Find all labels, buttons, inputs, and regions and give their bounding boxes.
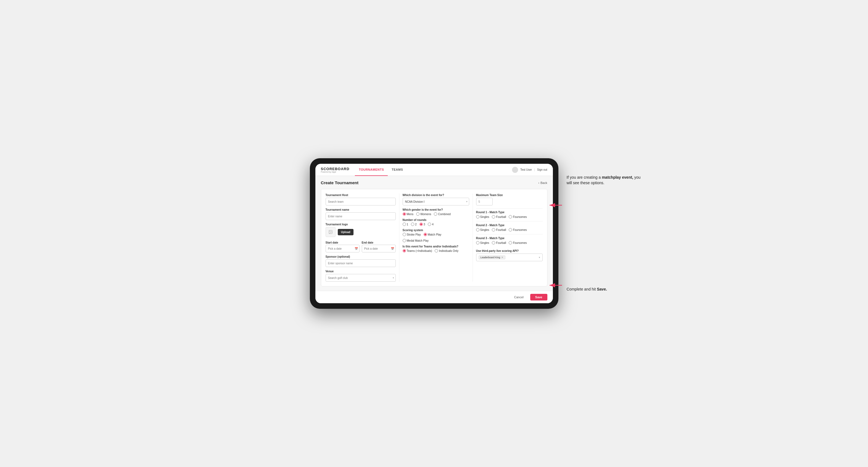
scoring-label: Scoring system bbox=[403, 229, 469, 232]
rounds-label: Number of rounds bbox=[403, 218, 469, 221]
rounds-1[interactable]: 1 bbox=[403, 223, 408, 226]
create-tournament-form: Tournament Host Tournament name Tourname… bbox=[321, 189, 547, 286]
start-date-label: Start date bbox=[326, 241, 338, 244]
logo-placeholder bbox=[326, 227, 336, 237]
teams-radio-group: Teams (+Individuals) Individuals Only bbox=[403, 249, 469, 252]
user-name: Test User bbox=[520, 168, 532, 171]
logo-upload-area: Upload bbox=[326, 227, 396, 237]
round3-fourball[interactable]: Fourball bbox=[492, 241, 506, 244]
nav-tournaments[interactable]: TOURNAMENTS bbox=[355, 164, 388, 176]
brand-title: SCOREBOARD bbox=[321, 167, 350, 171]
nav-links: TOURNAMENTS TEAMS bbox=[355, 164, 512, 176]
avatar bbox=[512, 167, 518, 173]
page-header: Create Tournament ‹ Back bbox=[321, 180, 547, 185]
end-date-label: End date bbox=[362, 241, 373, 244]
tablet-screen: SCOREBOARD Powered by clippt TOURNAMENTS… bbox=[315, 164, 553, 303]
api-tag: Leaderboard King ✕ bbox=[478, 255, 506, 259]
sponsor-input[interactable] bbox=[326, 259, 396, 267]
annotation-bottom: Complete and hit Save. bbox=[567, 287, 644, 292]
round3-foursomes[interactable]: Foursomes bbox=[509, 241, 527, 244]
venue-chevron-icon: ▾ bbox=[393, 276, 394, 279]
gender-label: Which gender is the event for? bbox=[403, 208, 469, 211]
gender-group: Which gender is the event for? Mens Wome… bbox=[403, 208, 469, 216]
rounds-2[interactable]: 2 bbox=[411, 223, 417, 226]
rounds-group: Number of rounds 1 2 3 bbox=[403, 218, 469, 226]
rounds-3[interactable]: 3 bbox=[420, 223, 425, 226]
form-middle-section: Which division is the event for? NCAA Di… bbox=[399, 194, 469, 282]
tournament-logo-group: Tournament logo Upload bbox=[326, 223, 396, 237]
tablet-frame: SCOREBOARD Powered by clippt TOURNAMENTS… bbox=[310, 158, 558, 309]
round1-fourball[interactable]: Fourball bbox=[492, 215, 506, 218]
round2-foursomes[interactable]: Foursomes bbox=[509, 228, 527, 231]
round2-fourball[interactable]: Fourball bbox=[492, 228, 506, 231]
scoring-stroke[interactable]: Stroke Play bbox=[403, 233, 421, 236]
venue-label: Venue bbox=[326, 270, 396, 273]
tournament-name-label: Tournament name bbox=[326, 208, 396, 211]
round1-label: Round 1 - Match Type bbox=[476, 211, 543, 214]
rounds-radio-group: 1 2 3 4 bbox=[403, 223, 469, 226]
venue-group: Venue ▾ bbox=[326, 270, 396, 282]
svg-point-1 bbox=[330, 231, 330, 232]
scoring-radio-group: Stroke Play Match Play Medal Match Play bbox=[403, 233, 469, 242]
back-link[interactable]: ‹ Back bbox=[538, 181, 547, 185]
round2-match-type-section: Round 2 - Match Type Singles Fourball Fo… bbox=[476, 221, 543, 231]
division-group: Which division is the event for? NCAA Di… bbox=[403, 194, 469, 206]
form-right-section: Maximum Team Size Round 1 - Match Type S… bbox=[472, 194, 543, 282]
api-label: Use third-party live scoring API? bbox=[476, 249, 543, 252]
annotation-top: If you are creating a matchplay event, y… bbox=[567, 175, 644, 186]
gender-womens[interactable]: Womens bbox=[416, 212, 431, 216]
round1-singles[interactable]: Singles bbox=[476, 215, 489, 218]
teams-group: Is this event for Teams and/or Individua… bbox=[403, 245, 469, 252]
calendar-icon: 📅 bbox=[354, 247, 358, 250]
max-team-size-label: Maximum Team Size bbox=[476, 194, 543, 197]
date-group: Start date 📅 End date bbox=[326, 240, 396, 252]
round1-radio-group: Singles Fourball Foursomes bbox=[476, 215, 543, 218]
api-group: Use third-party live scoring API? Leader… bbox=[476, 249, 543, 261]
max-team-size-group: Maximum Team Size bbox=[476, 194, 543, 206]
save-button[interactable]: Save bbox=[530, 294, 547, 301]
individuals-option[interactable]: Individuals Only bbox=[435, 249, 459, 252]
navbar: SCOREBOARD Powered by clippt TOURNAMENTS… bbox=[315, 164, 553, 176]
arrow-bottom bbox=[547, 280, 563, 291]
round1-foursomes[interactable]: Foursomes bbox=[509, 215, 527, 218]
tournament-logo-label: Tournament logo bbox=[326, 223, 396, 226]
round2-singles[interactable]: Singles bbox=[476, 228, 489, 231]
round3-label: Round 3 - Match Type bbox=[476, 237, 543, 240]
form-footer: Cancel Save bbox=[315, 291, 553, 303]
gender-mens[interactable]: Mens bbox=[403, 212, 413, 216]
sponsor-group: Sponsor (optional) bbox=[326, 255, 396, 267]
nav-teams[interactable]: TEAMS bbox=[388, 164, 407, 176]
teams-label: Is this event for Teams and/or Individua… bbox=[403, 245, 469, 248]
round1-match-type-section: Round 1 - Match Type Singles Fourball Fo… bbox=[476, 208, 543, 218]
gender-radio-group: Mens Womens Combined bbox=[403, 212, 469, 216]
division-select[interactable]: NCAA Division I bbox=[403, 198, 469, 206]
round3-radio-group: Singles Fourball Foursomes bbox=[476, 241, 543, 244]
tournament-name-group: Tournament name bbox=[326, 208, 396, 220]
calendar-icon-end: 📅 bbox=[391, 247, 394, 250]
division-label: Which division is the event for? bbox=[403, 194, 469, 197]
scoring-medal[interactable]: Medal Match Play bbox=[403, 239, 429, 242]
tournament-host-input[interactable] bbox=[326, 198, 396, 206]
teams-option[interactable]: Teams (+Individuals) bbox=[403, 249, 432, 252]
max-team-size-input[interactable] bbox=[476, 198, 493, 206]
brand-subtitle: Powered by clippt bbox=[321, 171, 350, 173]
page-title: Create Tournament bbox=[321, 180, 359, 185]
tournament-host-group: Tournament Host bbox=[326, 194, 396, 206]
arrow-top bbox=[547, 200, 563, 211]
gender-combined[interactable]: Combined bbox=[434, 212, 451, 216]
nav-right: Test User | Sign out bbox=[512, 167, 547, 173]
cancel-button[interactable]: Cancel bbox=[510, 294, 528, 301]
main-content: Create Tournament ‹ Back Tournament Host… bbox=[315, 176, 553, 291]
scoring-match[interactable]: Match Play bbox=[424, 233, 441, 236]
scoring-group: Scoring system Stroke Play Match Play Me… bbox=[403, 229, 469, 242]
tournament-name-input[interactable] bbox=[326, 212, 396, 220]
venue-input[interactable] bbox=[326, 274, 396, 282]
api-select-wrap[interactable]: Leaderboard King ✕ ▾ bbox=[476, 253, 543, 261]
upload-button[interactable]: Upload bbox=[338, 229, 354, 235]
round3-singles[interactable]: Singles bbox=[476, 241, 489, 244]
rounds-4[interactable]: 4 bbox=[428, 223, 434, 226]
api-tag-close-icon[interactable]: ✕ bbox=[501, 256, 503, 259]
brand: SCOREBOARD Powered by clippt bbox=[321, 167, 350, 173]
tournament-host-label: Tournament Host bbox=[326, 194, 396, 197]
sign-out-link[interactable]: Sign out bbox=[537, 168, 547, 171]
